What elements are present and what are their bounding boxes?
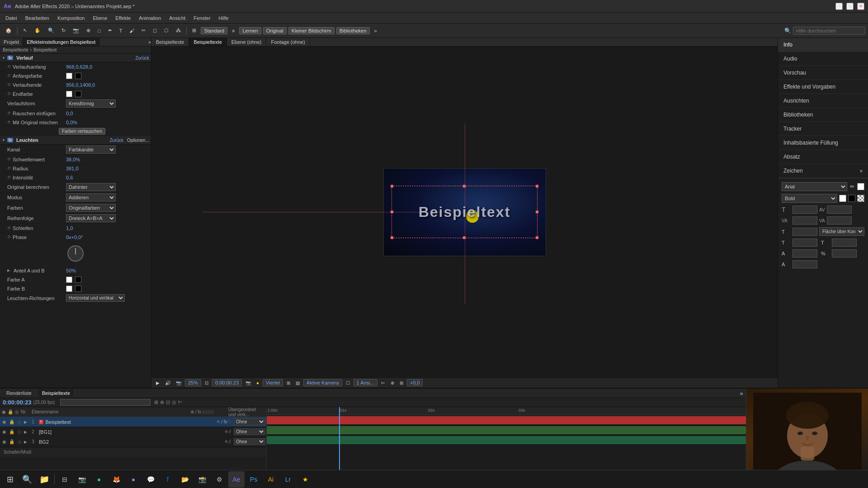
- schwellenwert-value[interactable]: 38,0%: [66, 157, 149, 162]
- kerning-input[interactable]: 0: [793, 216, 817, 225]
- anteil-value[interactable]: 50%: [66, 268, 149, 273]
- layer-row-2[interactable]: ◉ 🔒 ◎ ▶ 2 [BG1] ⊕ / Ohne: [0, 427, 266, 437]
- comp-tab-footage[interactable]: Footage (ohne): [266, 38, 310, 46]
- layer-3-solo[interactable]: ◎: [16, 439, 23, 444]
- menu-ebene[interactable]: Ebene: [89, 14, 111, 22]
- endfarbe-swatch-white[interactable]: [66, 91, 72, 97]
- tracking-input[interactable]: 0: [827, 216, 852, 225]
- anfangsfarbe-stopwatch[interactable]: ⏱: [7, 74, 11, 78]
- right-panel-vorschau[interactable]: Vorschau: [778, 66, 868, 80]
- zoom-tool[interactable]: 🔍: [45, 27, 57, 34]
- taskbar-start[interactable]: ⊞: [2, 471, 18, 488]
- menu-datei[interactable]: Datei: [2, 14, 21, 22]
- font-edit-icon[interactable]: ✏: [849, 183, 855, 191]
- leuchten-richtungen-select[interactable]: Horizontal und vertikal Horizontal Verti…: [66, 294, 125, 302]
- comp-camera-snapshot-btn[interactable]: 📷: [244, 380, 253, 386]
- comp-grid-btn[interactable]: ⊞: [285, 380, 292, 386]
- radius-value[interactable]: 381,0: [66, 166, 149, 171]
- endfarbe-stopwatch[interactable]: ⏱: [7, 92, 11, 96]
- extra-size-input[interactable]: 34 Px: [793, 260, 817, 268]
- farbe-b-value[interactable]: [66, 286, 149, 292]
- menu-effekte[interactable]: Effekte: [112, 14, 134, 22]
- taskbar-lr[interactable]: Lr: [280, 471, 296, 488]
- comp-viewport[interactable]: Beispieltext: [151, 47, 778, 377]
- tscale-v-input[interactable]: 100 %: [832, 239, 857, 247]
- intensitaet-value[interactable]: 0,6: [66, 175, 149, 180]
- rauschen-stopwatch[interactable]: ⏱: [7, 111, 11, 115]
- playhead[interactable]: [339, 407, 340, 478]
- font-select[interactable]: Arial: [782, 182, 847, 191]
- zeichen-menu-icon[interactable]: ≡: [860, 169, 863, 174]
- trans-swatch[interactable]: [857, 195, 864, 202]
- text-tool[interactable]: T: [117, 27, 125, 34]
- select-tool[interactable]: ↖: [20, 27, 30, 34]
- timeline-tab-beispieltexte[interactable]: Beispieltexte: [38, 389, 74, 397]
- comp-snapshot-btn[interactable]: 📷: [174, 380, 183, 386]
- verlauf-collapse-icon[interactable]: ▼: [2, 56, 5, 60]
- layer-3-expand[interactable]: ▶: [24, 440, 27, 444]
- right-panel-audio[interactable]: Audio: [778, 52, 868, 66]
- comp-tab-beispieltexte[interactable]: Beispieltexte: [151, 38, 189, 46]
- workspace-badge[interactable]: Standard: [201, 27, 227, 34]
- comp-audio-btn[interactable]: 🔊: [163, 380, 172, 386]
- layer-row-1[interactable]: ◉ 🔒 ◎ ▶ 1 T Beispieltext ⊕ / fx □ Ohne: [0, 417, 266, 427]
- tab-effekteinstellungen[interactable]: Effekteinstellungen Beispieltext: [23, 38, 99, 46]
- taskbar-facebook[interactable]: f: [160, 471, 176, 488]
- layer-3-solo-icon[interactable]: ⊕: [225, 439, 228, 444]
- anteil-collapse[interactable]: ▶: [7, 268, 10, 272]
- menu-bearbeiten[interactable]: Bearbeiten: [22, 14, 53, 22]
- layer-1-vis[interactable]: ◉: [1, 419, 7, 424]
- modus-select[interactable]: Addieren Normal: [66, 193, 116, 202]
- timeline-extend-btn[interactable]: »: [740, 390, 743, 397]
- fill-swatch[interactable]: [839, 195, 846, 202]
- minimize-button[interactable]: ─: [835, 3, 843, 10]
- menu-animation[interactable]: Animation: [135, 14, 165, 22]
- comp-timecode[interactable]: 0:00:00:23: [212, 379, 242, 386]
- farbe-b-swatch-dark[interactable]: [75, 286, 81, 292]
- comp-tab-active[interactable]: Beispieltexte: [189, 38, 226, 46]
- layer-2-parent-select[interactable]: Ohne: [234, 428, 265, 435]
- snap-btn[interactable]: ⊞: [189, 27, 199, 34]
- reihenfolge-value[interactable]: Dreieck A>B>A Sägezahn A>B: [66, 214, 149, 222]
- layer-2-solo[interactable]: ◎: [16, 429, 23, 434]
- font-color-swatch[interactable]: [857, 183, 864, 190]
- original-value[interactable]: Dahinter Darüber: [66, 183, 149, 191]
- farbe-b-swatch[interactable]: [66, 286, 72, 292]
- reihenfolge-select[interactable]: Dreieck A>B>A Sägezahn A>B: [66, 214, 116, 222]
- window-controls[interactable]: ─ □ ✕: [835, 3, 864, 10]
- leuchten-optionen-btn[interactable]: Optionen...: [127, 138, 149, 143]
- extend-toolbar[interactable]: »: [372, 27, 380, 34]
- layer-row-3[interactable]: ◉ 🔒 ◎ ▶ 3 BG2 ⊕ / Ohne: [0, 437, 266, 447]
- style-select[interactable]: Bold Regular Italic: [782, 194, 837, 203]
- verlaufsanfang-stopwatch[interactable]: ⏱: [7, 65, 11, 69]
- layer-1-solo[interactable]: ◎: [16, 419, 23, 424]
- farben-value[interactable]: Originalfarben A und B Farben: [66, 204, 149, 212]
- libraries-badge[interactable]: Bibliotheken: [336, 27, 370, 34]
- timeline-search[interactable]: [60, 399, 151, 406]
- taskbar-system[interactable]: ⚙: [211, 471, 227, 488]
- taskbar-files[interactable]: 📂: [177, 471, 193, 488]
- right-panel-bibliotheken[interactable]: Bibliotheken: [778, 108, 868, 122]
- taskbar-photos[interactable]: 📷: [74, 471, 90, 488]
- kanal-select[interactable]: Farbkanäle Alpha-Kanal: [66, 145, 116, 154]
- learn-badge[interactable]: Lernen: [239, 27, 261, 34]
- comp-extra[interactable]: +0,0: [407, 379, 423, 386]
- layer-3-pen-icon[interactable]: /: [229, 439, 231, 444]
- font-size-input[interactable]: 255 Px: [793, 206, 817, 214]
- comp-fit-btn[interactable]: ⊡: [203, 380, 210, 386]
- layer-2-lock[interactable]: 🔒: [9, 429, 15, 434]
- layer-3-vis[interactable]: ◉: [1, 439, 7, 444]
- taskbar-messenger[interactable]: 💬: [142, 471, 159, 488]
- farbe-a-swatch[interactable]: [66, 277, 72, 283]
- verlaufsende-stopwatch[interactable]: ⏱: [7, 83, 11, 87]
- original-badge[interactable]: Original: [263, 27, 287, 34]
- leuchten-collapse-icon[interactable]: ▼: [2, 138, 5, 142]
- tl-btn-1[interactable]: ⊞: [154, 399, 158, 405]
- puppet-tool[interactable]: ⁂: [173, 27, 184, 34]
- phase-value[interactable]: 0x+0,0°: [66, 235, 149, 240]
- tscale-h-input[interactable]: 100 %: [793, 239, 817, 247]
- layer-1-name[interactable]: Beispieltext: [46, 419, 216, 425]
- verlaufsform-select[interactable]: Kreisförmig Linear: [66, 99, 116, 108]
- taskbar-firefox[interactable]: 🦊: [108, 471, 124, 488]
- layer-2-solo-icon[interactable]: ⊕: [225, 429, 228, 434]
